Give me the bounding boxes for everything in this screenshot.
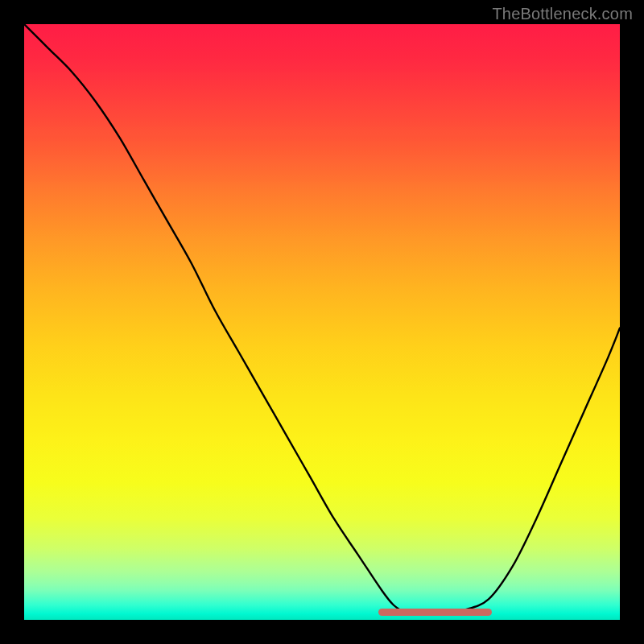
optimal-range-marker bbox=[378, 609, 492, 616]
chart-frame: TheBottleneck.com bbox=[0, 0, 644, 644]
bottleneck-curve bbox=[24, 24, 620, 620]
site-watermark: TheBottleneck.com bbox=[492, 5, 633, 23]
plot-area bbox=[24, 24, 620, 620]
